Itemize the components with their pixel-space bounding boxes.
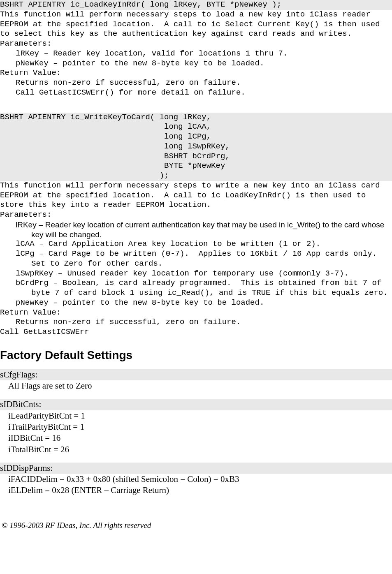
func2-param-lcaa: lCAA – Card Application Area key locatio… (0, 239, 392, 249)
scfgflags-value-1: All Flags are set to Zero (0, 380, 392, 391)
func1-signature: BSHRT APIENTRY ic_LoadKeyInRdr( long lRK… (0, 0, 392, 10)
sidbitcnts-value-3: iIDBitCnt = 16 (0, 433, 392, 444)
func2-return-label: Return Value: (0, 308, 392, 318)
sidbitcnts-value-2: iTrailParityBitCnt = 1 (0, 421, 392, 433)
func2-params-label: Parameters: (0, 210, 392, 220)
siddispparms-value-1: iFACIDDelim = 0x33 + 0x80 (shifted Semic… (0, 474, 392, 485)
func2-param-lswprkey: lSwpRKey – Unused reader key location fo… (0, 269, 392, 279)
func1-return-label: Return Value: (0, 68, 392, 78)
func1-description: This function will perform necessary ste… (0, 10, 392, 39)
func1-return-1: Returns non-zero if successful, zero on … (0, 78, 392, 88)
func2-description: This function will perform necessary ste… (0, 181, 392, 210)
sidbitcnts-value-4: iTotalBitCnt = 26 (0, 444, 392, 455)
func2-signature: BSHRT APIENTRY ic_WriteKeyToCard( long l… (0, 113, 392, 181)
func1-param-pnewkey: pNewKey – pointer to the new 8-byte key … (0, 59, 392, 69)
func2-param-bcrdprg: bCrdPrg – Boolean, is card already progr… (0, 278, 392, 298)
func2-param-lrkey: lRKey – Reader key location of current a… (0, 220, 392, 240)
func1-param-lrkey: lRKey – Reader key location, valid for l… (0, 49, 392, 59)
func2-param-lcpg: lCPg – Card Page to be written (0-7). Ap… (0, 249, 392, 269)
func2-return-1: Returns non-zero if successful, zero on … (0, 317, 392, 327)
func1-params-label: Parameters: (0, 39, 392, 49)
factory-heading: Factory Default Settings (0, 349, 392, 362)
sidbitcnts-value-1: iLeadParityBitCnt = 1 (0, 410, 392, 421)
siddispparms-value-2: iELDelim = 0x28 (ENTER – Carriage Return… (0, 485, 392, 496)
func1-return-2: Call GetLastICSWErr() for more detail on… (0, 88, 392, 98)
sidbitcnts-label: sIDBitCnts: (0, 399, 392, 410)
siddispparms-label: sIDDispParms: (0, 463, 392, 474)
func2-param-pnewkey: pNewKey – pointer to the new 8-byte key … (0, 298, 392, 308)
copyright-footer: © 1996-2003 RF IDeas, Inc. All rights re… (0, 521, 392, 530)
scfgflags-label: sCfgFlags: (0, 369, 392, 380)
func2-tail: Call GetLastICSWErr (0, 327, 392, 337)
